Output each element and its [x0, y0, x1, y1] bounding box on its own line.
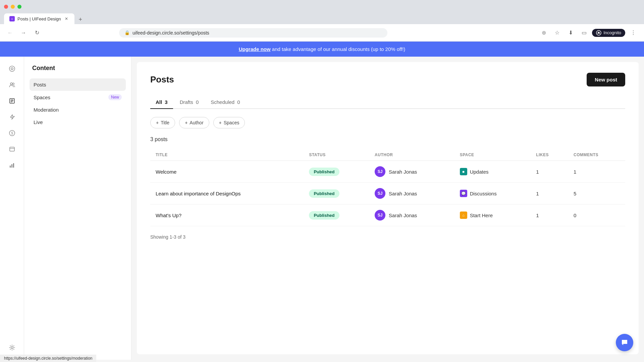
- tab-title: Posts | UIFeed Design: [17, 16, 61, 21]
- icon-sidebar: $: [0, 57, 24, 360]
- avatar: SJ: [375, 210, 385, 221]
- post-title: Welcome: [156, 169, 176, 175]
- forward-btn[interactable]: →: [19, 28, 28, 38]
- window-close-btn[interactable]: [4, 5, 8, 9]
- svg-point-4: [9, 66, 15, 71]
- table-row[interactable]: What's Up? Published SJ Sarah Jonas ⌂ St…: [150, 204, 625, 226]
- author-name: Sarah Jonas: [389, 191, 417, 196]
- sidebar-item-moderation[interactable]: Moderation: [30, 104, 126, 116]
- filter-plus-icon: +: [156, 120, 159, 125]
- download-btn[interactable]: ⬇: [565, 27, 576, 38]
- likes-count: 1: [531, 161, 568, 183]
- sidebar-icon-money[interactable]: $: [5, 126, 19, 140]
- sidebar-item-live[interactable]: Live: [30, 116, 126, 128]
- window-maximize-btn[interactable]: [17, 5, 21, 9]
- author-cell: SJ Sarah Jonas: [375, 210, 449, 221]
- sidebar-icon-home[interactable]: [5, 62, 19, 75]
- filter-author-plus-icon: +: [185, 120, 187, 125]
- showing-text: Showing 1-3 of 3: [150, 234, 625, 240]
- lock-icon: 🔒: [124, 30, 130, 35]
- window-minimize-btn[interactable]: [11, 5, 15, 9]
- sidebar-icon-chart[interactable]: [5, 159, 19, 172]
- filter-spaces-btn[interactable]: + Spaces: [213, 117, 245, 128]
- upgrade-link[interactable]: Upgrade now: [239, 46, 271, 52]
- svg-point-19: [11, 347, 13, 349]
- sidebar-item-posts[interactable]: Posts: [30, 78, 126, 91]
- filter-title-btn[interactable]: + Title: [150, 117, 175, 128]
- status-badge: Published: [309, 189, 339, 198]
- likes-count: 1: [531, 204, 568, 226]
- col-comments: COMMENTS: [568, 149, 625, 161]
- sidebar-item-live-label: Live: [34, 119, 43, 125]
- comments-count: 0: [568, 204, 625, 226]
- incognito-btn[interactable]: Incognito: [592, 29, 625, 37]
- main-content: Posts New post All 3 Drafts 0 Scheduled …: [137, 62, 639, 354]
- tab-favicon: U: [9, 16, 15, 21]
- incognito-label: Incognito: [603, 30, 621, 35]
- new-post-button[interactable]: New post: [587, 73, 625, 86]
- sidebar-item-spaces[interactable]: Spaces New: [30, 91, 126, 104]
- status-badge: Published: [309, 211, 339, 220]
- filter-bar: + Title + Author + Spaces: [150, 117, 625, 128]
- space-cell: 💬 Discussions: [460, 190, 526, 197]
- col-status: STATUS: [304, 149, 369, 161]
- space-cell: ⌂ Start Here: [460, 212, 526, 219]
- sidebar-icon-layout[interactable]: [5, 142, 19, 156]
- col-space: SPACE: [454, 149, 531, 161]
- col-title: TITLE: [150, 149, 304, 161]
- posts-count: 3 posts: [150, 136, 625, 142]
- sidebar-icon-content[interactable]: [5, 94, 19, 108]
- tab-scheduled[interactable]: Scheduled 0: [205, 96, 245, 109]
- incognito-icon: [596, 30, 601, 36]
- refresh-btn[interactable]: ↻: [32, 28, 42, 38]
- menu-btn[interactable]: ⋮: [628, 27, 639, 38]
- sidebar-item-posts-label: Posts: [34, 82, 46, 87]
- table-row[interactable]: Welcome Published SJ Sarah Jonas ■ Updat…: [150, 161, 625, 183]
- post-title: Learn about importance of DesignOps: [156, 191, 240, 196]
- svg-rect-16: [10, 166, 11, 168]
- new-tab-btn[interactable]: +: [76, 15, 85, 24]
- comments-count: 1: [568, 161, 625, 183]
- page-title: Posts: [150, 74, 174, 85]
- sidebar-icon-lightning[interactable]: [5, 110, 19, 124]
- tab-all[interactable]: All 3: [150, 96, 173, 109]
- address-bar[interactable]: 🔒 uifeed-design.circle.so/settings/posts: [119, 28, 387, 38]
- tab-drafts[interactable]: Drafts 0: [174, 96, 204, 109]
- spaces-badge: New: [108, 94, 122, 100]
- space-name: Updates: [470, 169, 489, 175]
- sidebar-item-spaces-label: Spaces: [34, 95, 50, 100]
- url-text: uifeed-design.circle.so/settings/posts: [132, 30, 209, 36]
- space-name: Start Here: [470, 213, 493, 218]
- content-sidebar-title: Content: [30, 65, 126, 72]
- svg-rect-18: [13, 163, 14, 168]
- space-name: Discussions: [470, 191, 497, 196]
- cast-icon: ⊕: [538, 27, 549, 38]
- col-author: AUTHOR: [369, 149, 454, 161]
- table-row[interactable]: Learn about importance of DesignOps Publ…: [150, 183, 625, 204]
- svg-text:$: $: [11, 131, 13, 135]
- avatar: SJ: [375, 166, 385, 177]
- svg-text:U: U: [11, 18, 13, 20]
- bookmark-btn[interactable]: ☆: [552, 27, 562, 38]
- space-cell: ■ Updates: [460, 168, 526, 175]
- author-name: Sarah Jonas: [389, 213, 417, 218]
- content-sidebar: Content Posts Spaces New Moderation Live: [24, 57, 131, 360]
- device-btn[interactable]: ▭: [579, 27, 589, 38]
- banner-message: and take advantage of our annual discoun…: [271, 46, 406, 52]
- back-btn[interactable]: ←: [5, 28, 15, 38]
- posts-table: TITLE STATUS AUTHOR SPACE LIKES COMMENTS…: [150, 149, 625, 226]
- space-icon: ■: [460, 168, 467, 175]
- filter-author-btn[interactable]: + Author: [179, 117, 209, 128]
- avatar: SJ: [375, 188, 385, 199]
- post-title: What's Up?: [156, 213, 181, 218]
- space-icon: ⌂: [460, 212, 467, 219]
- sidebar-icon-people[interactable]: [5, 78, 19, 92]
- svg-point-3: [598, 32, 599, 33]
- status-badge: Published: [309, 168, 339, 176]
- author-cell: SJ Sarah Jonas: [375, 166, 449, 177]
- tab-close-btn[interactable]: ✕: [64, 16, 69, 21]
- sidebar-item-moderation-label: Moderation: [34, 107, 59, 113]
- sidebar-icon-settings[interactable]: [5, 341, 19, 354]
- browser-tab[interactable]: U Posts | UIFeed Design ✕: [4, 13, 74, 24]
- chat-bubble[interactable]: [616, 334, 633, 351]
